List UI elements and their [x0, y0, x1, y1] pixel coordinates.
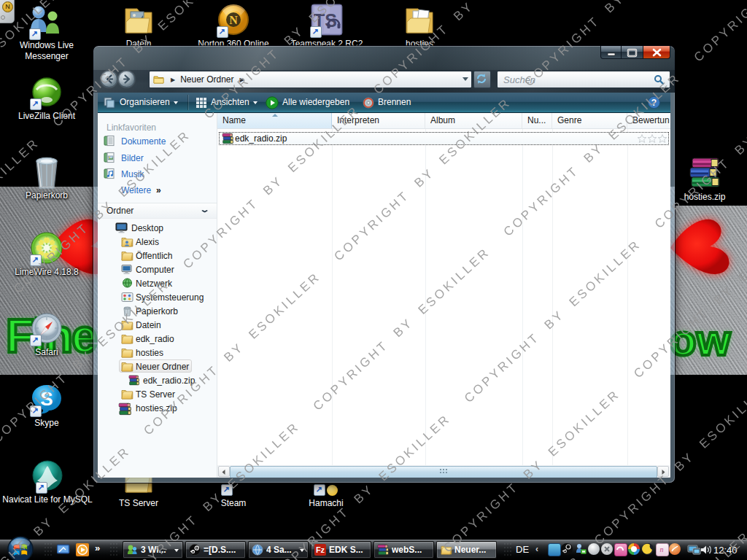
- svg-text:S: S: [40, 388, 53, 410]
- svg-text:?: ?: [651, 98, 657, 108]
- svg-text:n: n: [660, 545, 664, 553]
- svg-text:Fz: Fz: [316, 545, 325, 554]
- svg-text:N: N: [229, 14, 238, 26]
